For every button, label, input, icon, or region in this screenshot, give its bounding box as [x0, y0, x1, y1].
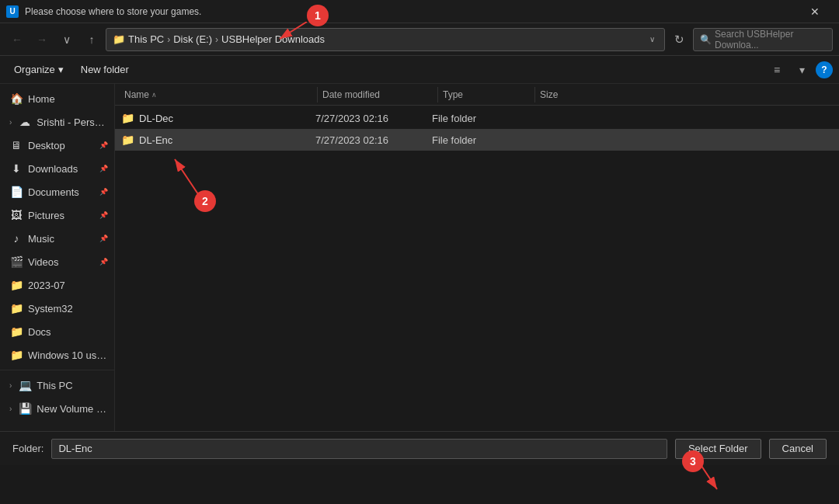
organize-arrow-icon: ▾	[58, 64, 64, 75]
toolbar-left: Organize ▾ New folder	[6, 60, 137, 80]
sidebar-label-srishti: Srishti - Persona	[37, 116, 108, 128]
toolbar-right: ≡ ▾ ?	[766, 60, 833, 80]
folder-win10-icon: 📁	[9, 349, 23, 361]
sidebar-label-system32: System32	[28, 303, 108, 315]
file-type-dl-enc: File folder	[432, 134, 525, 146]
file-list: 📁 DL-Dec 7/27/2023 02:16 File folder 📁 D…	[115, 106, 839, 431]
folder-input[interactable]	[51, 439, 667, 459]
downloads-icon: ⬇	[9, 162, 23, 175]
sidebar: 🏠 Home › ☁ Srishti - Persona 🖥 Desktop 📌…	[0, 84, 115, 431]
view-dropdown-button[interactable]: ▾	[791, 60, 813, 80]
folder-label: Folder:	[12, 443, 44, 454]
col-date-label: Date modified	[322, 89, 380, 100]
col-divider-3	[534, 87, 535, 103]
sidebar-label-2023-07: 2023-07	[28, 280, 108, 291]
file-label-dl-enc: DL-Enc	[139, 134, 172, 146]
file-row-dl-enc[interactable]: 📁 DL-Enc 7/27/2023 02:16 File folder	[115, 129, 839, 151]
address-bar[interactable]: 📁 This PC › Disk (E:) › USBHelper Downlo…	[106, 28, 665, 51]
expand-arrow-icon: ›	[9, 118, 12, 127]
col-size-label: Size	[540, 89, 558, 100]
sidebar-item-2023-07[interactable]: 📁 2023-07	[0, 273, 114, 297]
sidebar-item-home[interactable]: 🏠 Home	[0, 87, 114, 110]
file-list-header: Name ∧ Date modified Type Size	[115, 84, 839, 106]
help-button[interactable]: ?	[816, 61, 833, 78]
cloud-icon: ☁	[18, 116, 32, 128]
sidebar-label-desktop: Desktop	[28, 140, 95, 151]
file-date-dl-enc: 7/27/2023 02:16	[315, 134, 432, 146]
sidebar-label-videos: Videos	[28, 256, 95, 268]
sidebar-item-this-pc[interactable]: › 💻 This PC	[0, 374, 114, 397]
path-segment-usbhelper: USBHelper Downloads	[221, 33, 325, 45]
address-dropdown-button[interactable]: ∨	[646, 33, 658, 45]
path-folder-icon: 📁	[113, 33, 125, 45]
col-name-label: Name	[124, 89, 149, 100]
toolbar: Organize ▾ New folder ≡ ▾ ?	[0, 56, 839, 84]
new-folder-button[interactable]: New folder	[73, 60, 137, 80]
col-header-size[interactable]: Size	[537, 84, 599, 105]
pc-icon: 💻	[18, 379, 32, 391]
cancel-button[interactable]: Cancel	[769, 439, 827, 459]
main-content: 🏠 Home › ☁ Srishti - Persona 🖥 Desktop 📌…	[0, 84, 839, 431]
col-header-name[interactable]: Name ∧	[121, 84, 315, 105]
sidebar-item-music[interactable]: ♪ Music 📌	[0, 227, 114, 250]
sidebar-label-new-volume: New Volume (G:	[37, 403, 108, 415]
pin-icon-desktop: 📌	[99, 141, 108, 149]
documents-icon: 📄	[9, 186, 23, 198]
pin-icon-pictures: 📌	[99, 211, 108, 219]
path-sep-1: ›	[167, 34, 170, 45]
path-segment-disk: Disk (E:)	[173, 33, 212, 45]
back-button[interactable]: ←	[6, 29, 28, 50]
music-icon: ♪	[9, 232, 23, 245]
annotation-3: 3	[682, 450, 704, 472]
home-icon: 🏠	[9, 92, 23, 105]
file-date-dl-dec: 7/27/2023 02:16	[315, 113, 432, 124]
file-type-dl-dec: File folder	[432, 113, 525, 124]
organize-label: Organize	[14, 64, 55, 75]
sidebar-label-windows10: Windows 10 us…	[28, 349, 108, 361]
sidebar-item-srishti[interactable]: › ☁ Srishti - Persona	[0, 110, 114, 134]
drive-icon: 💾	[18, 402, 32, 415]
sidebar-item-downloads[interactable]: ⬇ Downloads 📌	[0, 157, 114, 180]
sidebar-item-desktop[interactable]: 🖥 Desktop 📌	[0, 134, 114, 157]
col-divider-2	[437, 87, 438, 103]
title-bar-left: U Please choose where to store your game…	[6, 5, 201, 18]
sidebar-item-system32[interactable]: 📁 System32	[0, 297, 114, 320]
refresh-button[interactable]: ↻	[668, 29, 690, 50]
search-bar[interactable]: 🔍 Search USBHelper Downloa...	[693, 28, 833, 51]
address-path: This PC › Disk (E:) › USBHelper Download…	[128, 33, 643, 45]
folder-icon-dl-enc: 📁	[121, 134, 134, 146]
app-icon: U	[6, 5, 19, 18]
close-button[interactable]: ✕	[797, 0, 833, 23]
sidebar-item-new-volume[interactable]: › 💾 New Volume (G:	[0, 397, 114, 420]
svg-line-5	[701, 466, 717, 489]
pin-icon-downloads: 📌	[99, 165, 108, 172]
folder-2023-icon: 📁	[9, 279, 23, 291]
view-button[interactable]: ≡	[766, 60, 788, 80]
expand-thispc-icon: ›	[9, 381, 12, 390]
folder-docs-icon: 📁	[9, 325, 23, 338]
sidebar-item-pictures[interactable]: 🖼 Pictures 📌	[0, 203, 114, 227]
new-folder-label: New folder	[81, 64, 129, 75]
sidebar-item-docs[interactable]: 📁 Docs	[0, 320, 114, 343]
sidebar-label-music: Music	[28, 233, 95, 245]
sidebar-item-videos[interactable]: 🎬 Videos 📌	[0, 250, 114, 273]
title-bar: U Please choose where to store your game…	[0, 0, 839, 23]
sidebar-item-documents[interactable]: 📄 Documents 📌	[0, 180, 114, 203]
file-row-dl-dec[interactable]: 📁 DL-Dec 7/27/2023 02:16 File folder	[115, 107, 839, 129]
sidebar-item-windows10[interactable]: 📁 Windows 10 us…	[0, 343, 114, 367]
organize-button[interactable]: Organize ▾	[6, 60, 71, 80]
file-name-dl-enc: 📁 DL-Enc	[121, 134, 315, 146]
dropdown-button[interactable]: ∨	[56, 29, 78, 50]
pin-icon-music: 📌	[99, 235, 108, 242]
desktop-icon: 🖥	[9, 139, 23, 151]
forward-button[interactable]: →	[31, 29, 53, 50]
col-header-type[interactable]: Type	[440, 84, 533, 105]
file-name-dl-dec: 📁 DL-Dec	[121, 112, 315, 124]
sidebar-label-home: Home	[28, 93, 108, 105]
folder-icon-dl-dec: 📁	[121, 112, 134, 124]
sidebar-label-documents: Documents	[28, 186, 95, 198]
annotation-2: 2	[194, 190, 216, 212]
sidebar-label-downloads: Downloads	[28, 163, 95, 175]
col-header-date[interactable]: Date modified	[319, 84, 436, 105]
up-button[interactable]: ↑	[81, 29, 103, 50]
